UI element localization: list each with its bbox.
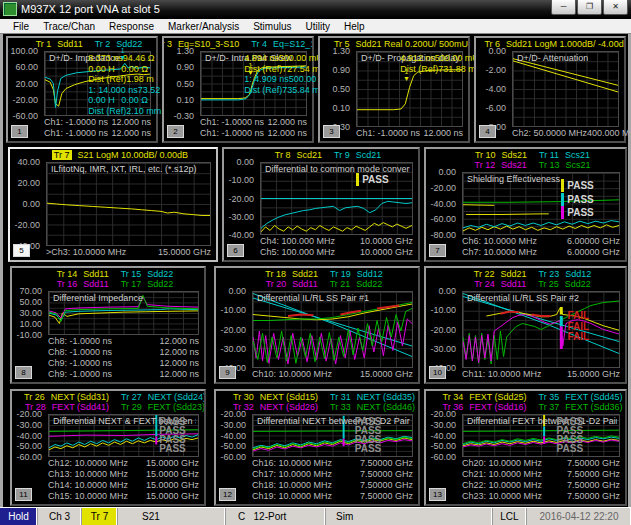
channel-5-window[interactable]: Tr 7S21 LogM 10.00dB/ 0.00dBILfitotNq, I…: [8, 147, 218, 262]
stimulus-stop: 7.50000 GHz: [360, 480, 413, 491]
channel-8-window[interactable]: Tr 14Sdd11Tr 15Sdd22Tr 16Sdd11Tr 17Sdd22…: [10, 266, 206, 384]
stimulus-start: Ch8: -1.0000 ns: [48, 336, 112, 347]
trace-label[interactable]: Tr 31: [330, 392, 351, 402]
y-axis-tick-label: 0.00: [438, 286, 456, 296]
trace-label[interactable]: Tr 19: [330, 269, 351, 279]
pass-indicator: PASS: [356, 173, 389, 186]
readout-label: Dist (Ref): [88, 74, 126, 85]
trace-label[interactable]: Tr 15: [121, 269, 142, 279]
trace-label[interactable]: Tr 23: [539, 269, 560, 279]
channel-5-graticule: ILfitotNq, IMR, IXT, IRL, etc. (*.s12p): [46, 162, 211, 246]
channel-7-window[interactable]: Tr 10Sds21Tr 11Scs21Tr 12Sds21Tr 13Scs21…: [424, 147, 627, 262]
pass-text: PASS: [557, 443, 584, 454]
channel-number-badge: 9: [219, 366, 236, 379]
measurement-annotation: D+/D- Attenuation: [517, 53, 588, 63]
trace-label[interactable]: Tr 33: [330, 402, 351, 412]
trace-label[interactable]: Tr 24: [474, 279, 495, 289]
y-axis-tick-label: 20.00: [17, 178, 40, 188]
trace-label[interactable]: Tr 18: [265, 269, 286, 279]
status-active-channel[interactable]: Ch 3: [38, 508, 82, 525]
trace-label[interactable]: Tr 30: [233, 392, 254, 402]
stimulus-start: Ch16: 10.0000 MHz: [252, 458, 332, 469]
trace-label[interactable]: Tr 25: [538, 279, 559, 289]
stimulus-start: Ch1: -1.0000 ns: [44, 128, 108, 139]
pass-indicator: PASS: [561, 193, 594, 206]
y-axis-tick-label: -50.00: [430, 441, 456, 451]
trace-measurement: Scs21: [565, 160, 590, 170]
stimulus-stop: 7.50000 GHz: [360, 458, 413, 469]
trace-label[interactable]: Tr 20: [266, 279, 287, 289]
channel-3-window[interactable]: Tr 5Sdd21 Real 0.200U/ 500mUD+/D- Propag…: [318, 36, 470, 143]
trace-header: Tr 30NEXT (Sdd15)Tr 31NEXT (Sdd35)Tr 32N…: [216, 392, 418, 412]
stimulus-stop: 12.000 ns: [423, 128, 463, 139]
marker-1[interactable]: 1▼: [403, 68, 410, 82]
trace-measurement: FEXT (Sdd25): [469, 392, 526, 402]
channel-2-window[interactable]: Tr 3Eq=S10_3-S10Tr 4Eq=S12_11-S1D+/D- In…: [162, 36, 314, 143]
trace-label[interactable]: Tr 13: [539, 160, 560, 170]
y-axis-tick-label: 1.30: [176, 46, 194, 56]
trace-label[interactable]: Tr 17: [121, 279, 142, 289]
trace-measurement: FEXT (Sdd16): [469, 402, 526, 412]
y-axis-tick-label: 0.00: [488, 46, 506, 56]
trace-measurement: Sdd22: [356, 279, 382, 289]
status-active-trace[interactable]: Tr 7: [82, 508, 118, 525]
trace-label[interactable]: Tr 34: [442, 392, 463, 402]
trace-label[interactable]: Tr 9: [334, 150, 350, 160]
channel-6-window[interactable]: Tr 8Scd21Tr 9Scd21Differential to common…: [222, 147, 420, 262]
channel-9-window[interactable]: Tr 18Sdd21Tr 19Sdd12Tr 20Sdd11Tr 21Sdd22…: [214, 266, 420, 384]
y-axis-tick-label: -20.00: [430, 409, 456, 419]
channel-1-graticule: D+/D- Impedance8.373 ns94.46 Ω0.00 H0.00…: [44, 51, 151, 116]
fail-text: FAIL: [568, 310, 590, 321]
y-axis-tick-label: -20.00: [430, 183, 456, 193]
channel-4-window[interactable]: Tr 6Sdd21 LogM 1.000dB/ -4.00dBD+/D- Att…: [474, 36, 626, 143]
channel-10-window[interactable]: Tr 22Sdd21Tr 23Sdd12Tr 24Sdd11Tr 25Sdd22…: [424, 266, 627, 384]
stimulus-stop: 6.00000 GHz: [567, 247, 620, 258]
trace-label[interactable]: Tr 21: [330, 279, 351, 289]
trace-label[interactable]: Tr 2: [95, 39, 111, 49]
stimulus-range-lines: Ch6: 10.0000 MHz6.00000 GHzCh7: 10.0000 …: [462, 236, 620, 258]
status-hold[interactable]: Hold: [0, 508, 38, 525]
stimulus-stop: 12.000 ns: [111, 117, 151, 128]
y-axis-tick-label: 20.00: [15, 79, 38, 89]
channel-1-window[interactable]: Tr 1Sdd11Tr 2Sdd22D+/D- Impedance8.373 n…: [6, 36, 158, 143]
trace-label[interactable]: Tr 8: [275, 150, 291, 160]
stimulus-range-lines: Ch2: 50.0000 MHz400.000 MHz: [512, 128, 619, 139]
trace-measurement: Sdd21: [500, 269, 526, 279]
trace-label[interactable]: Tr 7: [52, 150, 72, 160]
trace-label[interactable]: Tr 4: [251, 39, 267, 49]
trace-label[interactable]: Tr 22: [474, 269, 495, 279]
channel-13-window[interactable]: Tr 34FEXT (Sdd25)Tr 35FEXT (Sdd45)Tr 36F…: [424, 389, 627, 506]
trace-label[interactable]: Tr 27: [121, 392, 142, 402]
y-axis-tick-label: -30.00: [228, 212, 254, 222]
trace-label[interactable]: Tr 35: [539, 392, 560, 402]
y-axis-tick-label: -60.00: [16, 452, 42, 462]
y-axis-tick-label: -40.00: [430, 199, 456, 209]
stimulus-start: Ch15: 10.0000 MHz: [48, 491, 128, 502]
stimulus-start: Ch8: -1.0000 ns: [48, 347, 112, 358]
trace-measurement: Sdd12: [565, 269, 591, 279]
pass-text: PASS: [567, 194, 594, 205]
trace-label[interactable]: Tr 11: [539, 150, 559, 160]
stimulus-start: Ch22: 10.0000 MHz: [462, 480, 542, 491]
trace-label[interactable]: Tr 37: [539, 402, 560, 412]
trace-label[interactable]: Tr 10: [475, 150, 496, 160]
y-axis-tick-label: 0.00: [228, 286, 246, 296]
y-axis-tick-label: -10.00: [16, 330, 42, 340]
trace-measurement: Eq=S12_11-S1: [273, 39, 312, 49]
trace-label[interactable]: Tr 14: [57, 269, 78, 279]
trace-label[interactable]: Tr 26: [24, 392, 45, 402]
trace-label[interactable]: Tr 16: [57, 279, 78, 289]
channel-grid: Tr 1Sdd11Tr 2Sdd22D+/D- Impedance8.373 n…: [0, 0, 631, 525]
stimulus-start: Ch5: 100.000 MHz: [260, 247, 335, 258]
stimulus-start: Ch12: 10.0000 MHz: [48, 458, 128, 469]
trace-label[interactable]: Tr 3: [164, 39, 172, 49]
channel-11-window[interactable]: Tr 26NEXT (Sdd31)Tr 27NEXT (Sdd24)Tr 28F…: [10, 389, 206, 506]
trace-label[interactable]: Tr 12: [475, 160, 496, 170]
channel-number-badge: 4: [479, 125, 496, 138]
trace-label[interactable]: Tr 29: [121, 402, 142, 412]
marker-1[interactable]: 1▼: [247, 62, 254, 76]
marker-1[interactable]: 1▼: [119, 47, 126, 61]
trace-measurement: Sdd11: [83, 279, 108, 289]
stimulus-stop: 7.50000 GHz: [567, 480, 620, 491]
channel-12-window[interactable]: Tr 30NEXT (Sdd15)Tr 31NEXT (Sdd35)Tr 32N…: [214, 389, 420, 506]
